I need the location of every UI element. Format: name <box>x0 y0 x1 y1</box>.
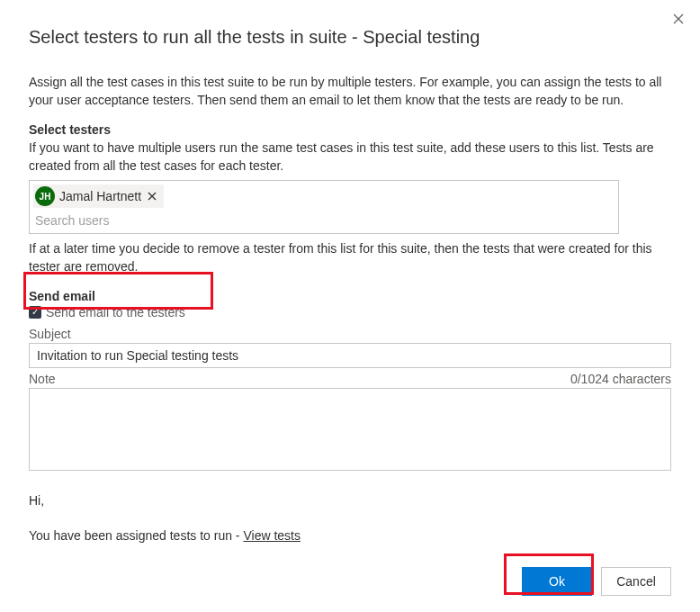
note-textarea[interactable] <box>29 388 671 471</box>
subject-label: Subject <box>29 327 671 341</box>
preview-greeting: Hi, <box>29 491 671 510</box>
note-label: Note <box>29 372 56 386</box>
tester-chip: JH Jamal Hartnett <box>33 184 164 208</box>
ok-button[interactable]: Ok <box>522 567 592 596</box>
dialog-title: Select testers to run all the tests in s… <box>29 25 671 50</box>
dialog-intro: Assign all the test cases in this test s… <box>29 73 671 110</box>
send-email-heading: Send email <box>29 289 671 303</box>
checkmark-icon: ✓ <box>31 307 39 317</box>
cancel-button[interactable]: Cancel <box>601 567 671 596</box>
preview-body-line: You have been assigned tests to run - Vi… <box>29 526 671 545</box>
preview-body-text: You have been assigned tests to run - <box>29 528 243 543</box>
close-button[interactable] <box>668 9 689 31</box>
note-counter: 0/1024 characters <box>570 372 671 386</box>
remove-tester-note: If at a later time you decide to remove … <box>29 239 671 276</box>
send-email-checkbox-label: Send email to the testers <box>46 305 185 320</box>
tester-picker[interactable]: JH Jamal Hartnett <box>29 180 619 234</box>
search-users-input[interactable] <box>30 210 618 233</box>
avatar: JH <box>35 186 55 206</box>
select-testers-help: If you want to have multiple users run t… <box>29 139 671 176</box>
view-tests-link[interactable]: View tests <box>243 528 301 543</box>
subject-input[interactable] <box>29 343 671 368</box>
tester-chip-name: Jamal Hartnett <box>59 189 141 203</box>
select-testers-heading: Select testers <box>29 122 671 137</box>
email-preview: Hi, You have been assigned tests to run … <box>29 491 671 545</box>
remove-tester-button[interactable] <box>146 190 158 203</box>
send-email-checkbox[interactable]: ✓ <box>29 306 41 319</box>
close-icon <box>673 13 684 27</box>
